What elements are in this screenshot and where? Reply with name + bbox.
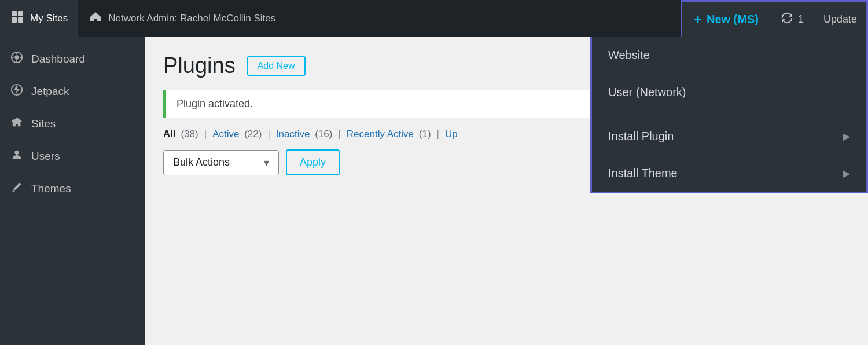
filter-inactive-link[interactable]: Inactive (16) (276, 129, 333, 140)
dropdown-spacer (592, 111, 866, 118)
sidebar-item-themes-label: Themes (31, 182, 71, 195)
chevron-right-icon: ▶ (843, 131, 850, 142)
dropdown-menu: Website User (Network) Install Plugin ▶ … (590, 37, 868, 193)
dropdown-install-theme-label: Install Theme (608, 167, 678, 180)
bulk-actions-select[interactable]: Bulk Actions ▾ (163, 150, 279, 175)
sidebar-item-dashboard[interactable]: Dashboard (0, 43, 145, 75)
themes-icon (10, 181, 23, 197)
updates-button[interactable]: 1 (770, 2, 814, 37)
dropdown-item-website[interactable]: Website (592, 37, 866, 74)
body-layout: Dashboard Jetpack (0, 37, 868, 345)
dropdown-install-plugin-label: Install Plugin (608, 130, 674, 143)
updates-text-label: Update (823, 13, 857, 25)
chevron-right-icon-2: ▶ (843, 168, 850, 179)
network-admin-label: Network Admin: Rachel McCollin Sites (108, 13, 275, 24)
home-icon (89, 10, 102, 27)
sidebar-item-jetpack-label: Jetpack (31, 85, 69, 98)
filter-active-link[interactable]: Active (22) (212, 129, 262, 140)
grid-icon (10, 10, 24, 27)
filter-separator-4: | (437, 129, 439, 140)
svg-rect-0 (12, 11, 17, 16)
network-admin-item[interactable]: Network Admin: Rachel McCollin Sites (78, 0, 286, 37)
filter-separator-1: | (204, 129, 207, 140)
add-new-button[interactable]: Add New (247, 56, 306, 76)
sites-icon (10, 116, 23, 132)
filter-separator-2: | (267, 129, 270, 140)
dropdown-website-label: Website (608, 49, 650, 62)
sidebar-item-sites[interactable]: Sites (0, 108, 145, 140)
admin-bar-right: + New (MS) 1 Update (681, 0, 868, 37)
filter-all[interactable]: All (38) (163, 129, 198, 140)
notice-text: Plugin activated. (176, 98, 253, 109)
users-icon (10, 148, 23, 164)
admin-bar-right-wrapper: + New (MS) 1 Update (681, 0, 868, 37)
admin-bar-left: My Sites Network Admin: Rachel McCollin … (0, 0, 681, 37)
sidebar-item-dashboard-label: Dashboard (31, 53, 85, 65)
filter-recently-active-link[interactable]: Recently Active (1) (347, 129, 431, 140)
admin-bar: My Sites Network Admin: Rachel McCollin … (0, 0, 868, 37)
sidebar-item-users-label: Users (31, 150, 60, 163)
updates-text-item[interactable]: Update (814, 2, 866, 37)
filter-separator-3: | (338, 129, 340, 140)
dropdown-item-user-network[interactable]: User (Network) (592, 74, 866, 111)
refresh-icon (781, 12, 793, 27)
new-ms-label: New (MS) (707, 13, 759, 26)
apply-button[interactable]: Apply (286, 149, 340, 175)
jetpack-icon (10, 83, 23, 100)
bulk-actions-label: Bulk Actions (173, 156, 230, 168)
main-content: Plugins Add New Plugin activated. All (3… (145, 37, 868, 345)
svg-point-5 (14, 55, 19, 59)
svg-rect-1 (18, 11, 23, 16)
sidebar-item-jetpack[interactable]: Jetpack (0, 75, 145, 108)
chevron-down-icon: ▾ (264, 156, 269, 169)
new-ms-button[interactable]: + New (MS) (682, 2, 770, 37)
plus-icon: + (694, 12, 702, 28)
dropdown-user-network-label: User (Network) (608, 86, 686, 99)
my-sites-label: My Sites (30, 13, 68, 24)
sidebar-item-sites-label: Sites (31, 118, 56, 130)
svg-rect-3 (18, 17, 23, 23)
updates-count: 1 (798, 13, 804, 25)
dropdown-item-install-theme[interactable]: Install Theme ▶ (592, 155, 866, 192)
sidebar-item-themes[interactable]: Themes (0, 172, 145, 205)
dropdown-item-install-plugin[interactable]: Install Plugin ▶ (592, 118, 866, 155)
my-sites-item[interactable]: My Sites (0, 0, 78, 37)
page-title: Plugins (163, 53, 236, 78)
filter-update-link[interactable]: Up (445, 129, 458, 140)
dashboard-icon (10, 51, 23, 67)
svg-point-12 (14, 151, 19, 155)
sidebar: Dashboard Jetpack (0, 37, 145, 345)
svg-rect-2 (12, 17, 17, 23)
sidebar-item-users[interactable]: Users (0, 140, 145, 172)
